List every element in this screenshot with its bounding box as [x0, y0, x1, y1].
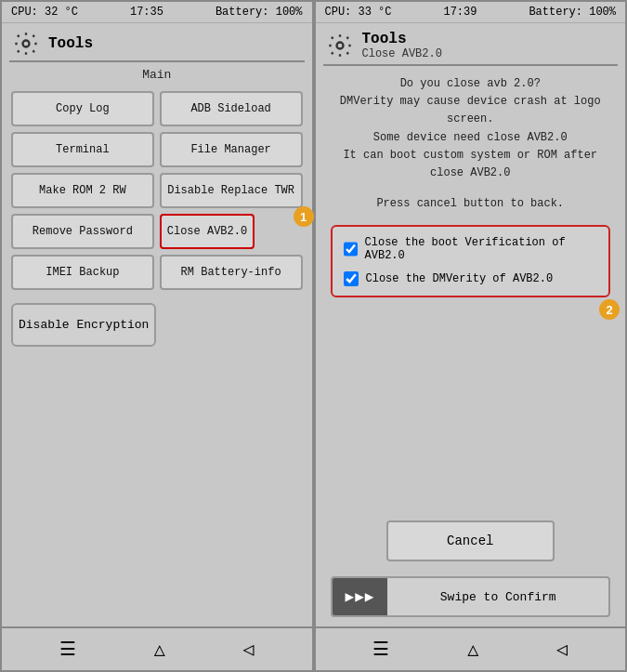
terminal-button[interactable]: Terminal	[11, 132, 154, 167]
right-header-text: Tools Close AVB2.0	[362, 31, 442, 60]
cancel-button[interactable]: Cancel	[386, 520, 555, 561]
left-battery: Battery: 100%	[216, 6, 303, 19]
right-status-bar: CPU: 33 °C 17:39 Battery: 100%	[316, 2, 626, 23]
disable-encryption-button[interactable]: Disable Encryption	[11, 303, 156, 347]
right-content: Do you close avb 2.0? DMVerity may cause…	[316, 66, 626, 626]
right-header: Tools Close AVB2.0	[316, 23, 626, 64]
right-subtitle: Close AVB2.0	[362, 47, 442, 60]
right-title: Tools	[362, 31, 442, 47]
right-battery: Battery: 100%	[529, 6, 616, 19]
checkbox-boot-verification-input[interactable]	[344, 242, 358, 257]
checkbox-dmverity-label: Close the DMVerity of AVB2.0	[366, 272, 554, 285]
svg-point-0	[23, 41, 30, 47]
description-line3: Some device need close AVB2.0	[373, 131, 568, 144]
copy-log-button[interactable]: Copy Log	[11, 91, 154, 126]
swipe-confirm[interactable]: ▶▶▶ Swipe to Confirm	[331, 576, 611, 617]
left-title: Tools	[48, 35, 93, 52]
right-gear-icon	[327, 33, 353, 59]
imei-backup-button[interactable]: IMEI Backup	[11, 255, 154, 290]
checkbox-group: Close the boot Verification of AVB2.0 Cl…	[331, 225, 611, 297]
rm-battery-info-button[interactable]: RM Battery-info	[160, 255, 303, 290]
remove-password-button[interactable]: Remove Password	[11, 214, 154, 249]
left-header-text: Tools	[48, 35, 93, 52]
description-line4: It can boot custom system or ROM after c…	[343, 149, 597, 179]
swipe-label: Swipe to Confirm	[387, 590, 608, 604]
close-avb2-container: Close AVB2.0 1	[160, 214, 303, 249]
left-home-icon[interactable]: △	[154, 638, 165, 661]
right-bottom-nav: ☰ △ ◁	[316, 626, 626, 670]
left-menu-icon[interactable]: ☰	[59, 638, 76, 661]
adb-sideload-button[interactable]: ADB Sideload	[160, 91, 303, 126]
right-cpu-status: CPU: 33 °C	[325, 6, 392, 19]
badge-2: 2	[599, 299, 620, 320]
right-back-icon[interactable]: ◁	[556, 638, 568, 661]
left-button-grid: Copy Log ADB Sideload Terminal File Mana…	[2, 86, 312, 255]
file-manager-button[interactable]: File Manager	[160, 132, 303, 167]
svg-point-1	[336, 43, 343, 49]
right-panel: CPU: 33 °C 17:39 Battery: 100% Tools Clo…	[314, 0, 628, 672]
description-text: Do you close avb 2.0? DMVerity may cause…	[331, 75, 611, 182]
right-home-icon[interactable]: △	[467, 638, 478, 661]
swipe-arrows-icon: ▶▶▶	[333, 578, 388, 615]
description-line2: DMVerity may cause device crash at logo …	[340, 95, 601, 125]
checkbox-boot-verification-label: Close the boot Verification of AVB2.0	[365, 236, 597, 262]
checkbox-boot-verification[interactable]: Close the boot Verification of AVB2.0	[344, 236, 598, 262]
right-time: 17:39	[443, 6, 477, 19]
right-menu-icon[interactable]: ☰	[372, 638, 389, 661]
left-cpu-status: CPU: 32 °C	[11, 6, 78, 19]
description-line1: Do you close avb 2.0?	[400, 77, 541, 90]
press-cancel-text: Press cancel button to back.	[331, 197, 611, 210]
left-bottom-nav: ☰ △ ◁	[2, 626, 312, 670]
make-rom-2-rw-button[interactable]: Make ROM 2 RW	[11, 173, 154, 208]
disable-replace-button[interactable]: Disable Replace TWR	[160, 173, 303, 208]
checkbox-dmverity[interactable]: Close the DMVerity of AVB2.0	[344, 271, 598, 286]
left-main-label: Main	[2, 62, 312, 86]
badge-1: 1	[294, 206, 314, 227]
close-avb2-button[interactable]: Close AVB2.0	[160, 214, 255, 249]
left-header: Tools	[2, 23, 312, 60]
gear-icon	[13, 31, 39, 57]
left-panel: CPU: 32 °C 17:35 Battery: 100% Tools Mai…	[0, 0, 314, 672]
left-status-bar: CPU: 32 °C 17:35 Battery: 100%	[2, 2, 312, 23]
checkbox-dmverity-input[interactable]	[344, 271, 359, 286]
left-time: 17:35	[130, 6, 163, 19]
left-back-icon[interactable]: ◁	[243, 638, 255, 661]
